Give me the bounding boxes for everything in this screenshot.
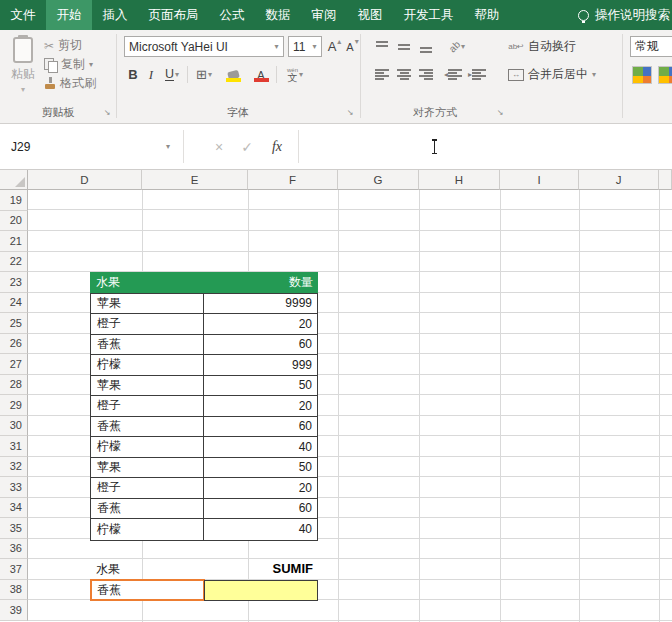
gridline <box>659 190 660 622</box>
sumif-label-cell[interactable]: SUMIF <box>204 559 318 580</box>
align-middle-button[interactable] <box>394 36 414 57</box>
tab-review[interactable]: 审阅 <box>301 0 347 30</box>
tab-file[interactable]: 文件 <box>0 0 46 30</box>
italic-button[interactable]: I <box>143 64 159 85</box>
bold-button[interactable]: B <box>124 64 142 85</box>
row-header-20[interactable]: 20 <box>0 211 28 232</box>
scissors-icon: ✂ <box>44 40 54 52</box>
phonetic-guide-button[interactable]: wén 文 ▾ <box>280 64 310 85</box>
paste-button[interactable]: 粘贴 ▾ <box>5 34 41 102</box>
row-header-36[interactable]: 36 <box>0 539 28 560</box>
select-all-corner[interactable] <box>0 170 28 190</box>
increase-font-size-button[interactable]: A ▴ <box>326 36 343 57</box>
row-header-32[interactable]: 32 <box>0 457 28 478</box>
borders-button[interactable]: ⊞ ▾ <box>191 64 217 85</box>
tab-help[interactable]: 帮助 <box>464 0 510 30</box>
column-header-D[interactable]: D <box>28 170 142 190</box>
table-row[interactable]: 橙子20 <box>91 314 317 335</box>
row-header-23[interactable]: 23 <box>0 272 28 293</box>
clipboard-dialog-launcher[interactable]: ↘ <box>101 106 113 118</box>
enter-button[interactable]: ✓ <box>234 124 260 169</box>
row-header-25[interactable]: 25 <box>0 313 28 334</box>
table-row[interactable]: 苹果50 <box>91 376 317 397</box>
table-row[interactable]: 柠檬40 <box>91 437 317 458</box>
align-bottom-button[interactable] <box>416 36 436 57</box>
table-row[interactable]: 橙子20 <box>91 396 317 417</box>
column-header-J[interactable]: J <box>579 170 659 190</box>
number-style-icon[interactable] <box>632 66 652 84</box>
row-header-30[interactable]: 30 <box>0 416 28 437</box>
font-name-combobox[interactable]: Microsoft YaHei UI ▾ <box>124 36 284 57</box>
tab-page-layout[interactable]: 页面布局 <box>138 0 209 30</box>
column-header-H[interactable]: H <box>419 170 500 190</box>
criteria-label-cell[interactable]: 水果 <box>90 559 204 580</box>
formula-input[interactable] <box>300 124 672 169</box>
tell-me-search[interactable]: 操作说明搜索 <box>578 0 672 30</box>
wrap-text-button[interactable]: ab↩ 自动换行 <box>508 36 588 57</box>
row-header-35[interactable]: 35 <box>0 518 28 539</box>
underline-button[interactable]: U ▾ <box>160 64 184 85</box>
alignment-dialog-launcher[interactable]: ↘ <box>494 106 506 118</box>
cut-button[interactable]: ✂ 剪切 <box>44 36 114 55</box>
row-header-21[interactable]: 21 <box>0 231 28 252</box>
table-row[interactable]: 香蕉60 <box>91 417 317 438</box>
fill-color-button[interactable] <box>219 64 247 85</box>
column-header-F[interactable]: F <box>248 170 338 190</box>
orientation-button[interactable]: ab ▾ <box>442 36 472 57</box>
row-header-38[interactable]: 38 <box>0 580 28 601</box>
row-header-22[interactable]: 22 <box>0 252 28 273</box>
increase-indent-button[interactable]: ▸ <box>466 64 488 85</box>
table-row[interactable]: 苹果9999 <box>91 294 317 315</box>
font-color-button[interactable]: A <box>249 64 273 85</box>
cut-label: 剪切 <box>58 37 82 54</box>
name-box-caret-icon[interactable]: ▾ <box>160 124 176 169</box>
row-header-39[interactable]: 39 <box>0 600 28 621</box>
row-header-29[interactable]: 29 <box>0 395 28 416</box>
column-header-G[interactable]: G <box>338 170 419 190</box>
cancel-button[interactable]: × <box>206 124 232 169</box>
criteria-cell-selected[interactable]: 香蕉 <box>90 579 205 602</box>
copy-button[interactable]: 复制 ▾ <box>44 55 114 74</box>
table-row[interactable]: 柠檬40 <box>91 519 317 540</box>
decrease-font-size-button[interactable]: A ▾ <box>344 36 361 57</box>
name-box[interactable]: J29 <box>0 124 158 169</box>
merge-center-button[interactable]: ↔ 合并后居中 ▾ <box>508 64 620 85</box>
font-dialog-launcher[interactable]: ↘ <box>344 106 356 118</box>
column-header-E[interactable]: E <box>142 170 248 190</box>
tab-data[interactable]: 数据 <box>255 0 301 30</box>
fruit-table-header[interactable]: 水果 数量 <box>90 272 318 293</box>
table-row[interactable]: 橙子20 <box>91 478 317 499</box>
number-format-combobox[interactable]: 常规 ▾ <box>630 36 672 57</box>
number-style-icon-partial[interactable] <box>658 66 672 84</box>
result-cell[interactable] <box>204 580 318 601</box>
row-header-31[interactable]: 31 <box>0 436 28 457</box>
table-row[interactable]: 苹果50 <box>91 458 317 479</box>
row-header-37[interactable]: 37 <box>0 559 28 580</box>
tab-home[interactable]: 开始 <box>46 0 92 30</box>
tab-insert[interactable]: 插入 <box>92 0 138 30</box>
format-painter-button[interactable]: 格式刷 <box>44 74 114 93</box>
align-left-button[interactable] <box>372 64 392 85</box>
table-row[interactable]: 柠檬999 <box>91 355 317 376</box>
row-header-26[interactable]: 26 <box>0 334 28 355</box>
align-center-button[interactable] <box>394 64 414 85</box>
table-row[interactable]: 香蕉60 <box>91 335 317 356</box>
row-header-19[interactable]: 19 <box>0 190 28 211</box>
align-right-button[interactable] <box>416 64 436 85</box>
row-header-28[interactable]: 28 <box>0 375 28 396</box>
column-header-partial[interactable] <box>659 170 672 190</box>
row-header-24[interactable]: 24 <box>0 293 28 314</box>
font-size-combobox[interactable]: 11 ▾ <box>288 36 322 57</box>
tab-developer[interactable]: 开发工具 <box>393 0 464 30</box>
insert-function-button[interactable]: fx <box>262 124 292 169</box>
tab-view[interactable]: 视图 <box>347 0 393 30</box>
format-painter-icon <box>44 77 56 91</box>
align-top-button[interactable] <box>372 36 392 57</box>
column-header-I[interactable]: I <box>500 170 579 190</box>
row-header-34[interactable]: 34 <box>0 498 28 519</box>
row-header-33[interactable]: 33 <box>0 477 28 498</box>
table-row[interactable]: 香蕉60 <box>91 499 317 520</box>
decrease-indent-button[interactable]: ◂ <box>442 64 464 85</box>
row-header-27[interactable]: 27 <box>0 354 28 375</box>
tab-formulas[interactable]: 公式 <box>209 0 255 30</box>
